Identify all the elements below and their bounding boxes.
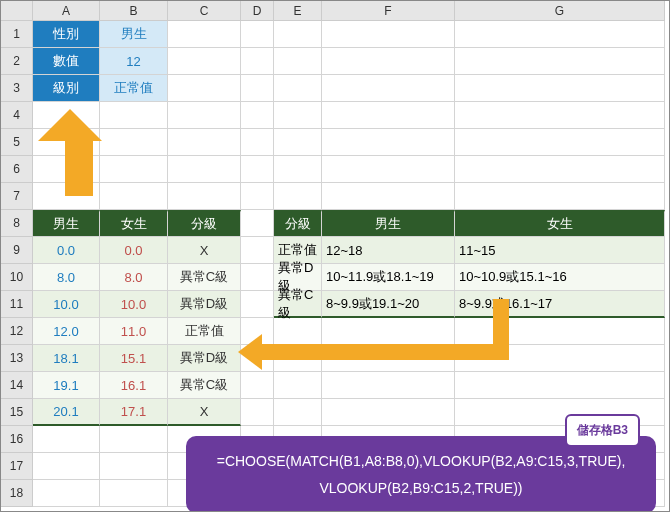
t2-grade-2[interactable]: 異常C級: [274, 291, 322, 318]
row-header-15[interactable]: 15: [1, 399, 33, 426]
cell-C7[interactable]: [168, 183, 241, 210]
cell-D4[interactable]: [241, 102, 274, 129]
t1-male-6[interactable]: 20.1: [33, 399, 100, 426]
cell-G3[interactable]: [455, 75, 665, 102]
row-header-10[interactable]: 10: [1, 264, 33, 291]
cell-F7[interactable]: [322, 183, 455, 210]
t1-male-5[interactable]: 19.1: [33, 372, 100, 399]
t1-male-3[interactable]: 12.0: [33, 318, 100, 345]
row-header-16[interactable]: 16: [1, 426, 33, 453]
cell-G7[interactable]: [455, 183, 665, 210]
col-header-D[interactable]: D: [241, 1, 274, 21]
t1-grade-0[interactable]: X: [168, 237, 241, 264]
cell-F3[interactable]: [322, 75, 455, 102]
row-header-14[interactable]: 14: [1, 372, 33, 399]
cell-D5[interactable]: [241, 129, 274, 156]
row-header-1[interactable]: 1: [1, 21, 33, 48]
cell-A1[interactable]: 性別: [33, 21, 100, 48]
cell-E4[interactable]: [274, 102, 322, 129]
cell-C4[interactable]: [168, 102, 241, 129]
cell-G2[interactable]: [455, 48, 665, 75]
cell-F2[interactable]: [322, 48, 455, 75]
cell-B2[interactable]: 12: [100, 48, 168, 75]
cell-B18[interactable]: [100, 480, 168, 507]
cell-D14[interactable]: [241, 372, 274, 399]
cell-G1[interactable]: [455, 21, 665, 48]
t1-female-5[interactable]: 16.1: [100, 372, 168, 399]
cell-B4[interactable]: [100, 102, 168, 129]
cell-B16[interactable]: [100, 426, 168, 453]
col-header-B[interactable]: B: [100, 1, 168, 21]
cell-D2[interactable]: [241, 48, 274, 75]
cell-E1[interactable]: [274, 21, 322, 48]
t1-female-2[interactable]: 10.0: [100, 291, 168, 318]
t1-female-6[interactable]: 17.1: [100, 399, 168, 426]
t1-grade-5[interactable]: 異常C級: [168, 372, 241, 399]
cell-C3[interactable]: [168, 75, 241, 102]
cell-A17[interactable]: [33, 453, 100, 480]
cell-B7[interactable]: [100, 183, 168, 210]
col-header-E[interactable]: E: [274, 1, 322, 21]
row-header-18[interactable]: 18: [1, 480, 33, 507]
cell-C6[interactable]: [168, 156, 241, 183]
col-header-C[interactable]: C: [168, 1, 241, 21]
t2-male-0[interactable]: 12~18: [322, 237, 455, 264]
cell-B17[interactable]: [100, 453, 168, 480]
cell-G12[interactable]: [455, 318, 665, 345]
t1-grade-6[interactable]: X: [168, 399, 241, 426]
cell-D7[interactable]: [241, 183, 274, 210]
cell-E5[interactable]: [274, 129, 322, 156]
cell-A16[interactable]: [33, 426, 100, 453]
cell-B1[interactable]: 男生: [100, 21, 168, 48]
t1-grade-1[interactable]: 異常C級: [168, 264, 241, 291]
t1-female-1[interactable]: 8.0: [100, 264, 168, 291]
col-header-A[interactable]: A: [33, 1, 100, 21]
cell-E12[interactable]: [274, 318, 322, 345]
cell-F6[interactable]: [322, 156, 455, 183]
cell-E3[interactable]: [274, 75, 322, 102]
t1-male-1[interactable]: 8.0: [33, 264, 100, 291]
row-header-3[interactable]: 3: [1, 75, 33, 102]
cell-D6[interactable]: [241, 156, 274, 183]
t1-header-2[interactable]: 分級: [168, 210, 241, 237]
cell-F15[interactable]: [322, 399, 455, 426]
cell-D3[interactable]: [241, 75, 274, 102]
t1-female-3[interactable]: 11.0: [100, 318, 168, 345]
t1-grade-3[interactable]: 正常值: [168, 318, 241, 345]
row-header-4[interactable]: 4: [1, 102, 33, 129]
t2-h2[interactable]: 女生: [455, 210, 665, 237]
cell-G6[interactable]: [455, 156, 665, 183]
cell-E15[interactable]: [274, 399, 322, 426]
row-header-2[interactable]: 2: [1, 48, 33, 75]
cell-G5[interactable]: [455, 129, 665, 156]
t2-male-1[interactable]: 10~11.9或18.1~19: [322, 264, 455, 291]
t2-female-2[interactable]: 8~9.9或16.1~17: [455, 291, 665, 318]
cell-C2[interactable]: [168, 48, 241, 75]
cell-C1[interactable]: [168, 21, 241, 48]
t2-female-1[interactable]: 10~10.9或15.1~16: [455, 264, 665, 291]
select-all-corner[interactable]: [1, 1, 33, 21]
cell-D9[interactable]: [241, 237, 274, 264]
t1-male-2[interactable]: 10.0: [33, 291, 100, 318]
cell-E6[interactable]: [274, 156, 322, 183]
cell-B5[interactable]: [100, 129, 168, 156]
cell-F14[interactable]: [322, 372, 455, 399]
cell-D1[interactable]: [241, 21, 274, 48]
t1-header-0[interactable]: 男生: [33, 210, 100, 237]
cell-F5[interactable]: [322, 129, 455, 156]
cell-F12[interactable]: [322, 318, 455, 345]
col-header-F[interactable]: F: [322, 1, 455, 21]
t2-male-2[interactable]: 8~9.9或19.1~20: [322, 291, 455, 318]
row-header-5[interactable]: 5: [1, 129, 33, 156]
t2-h1[interactable]: 男生: [322, 210, 455, 237]
cell-F1[interactable]: [322, 21, 455, 48]
cell-F4[interactable]: [322, 102, 455, 129]
t2-female-0[interactable]: 11~15: [455, 237, 665, 264]
row-header-8[interactable]: 8: [1, 210, 33, 237]
row-header-13[interactable]: 13: [1, 345, 33, 372]
t1-grade-4[interactable]: 異常D級: [168, 345, 241, 372]
t1-female-4[interactable]: 15.1: [100, 345, 168, 372]
cell-A18[interactable]: [33, 480, 100, 507]
row-header-12[interactable]: 12: [1, 318, 33, 345]
cell-A2[interactable]: 數值: [33, 48, 100, 75]
